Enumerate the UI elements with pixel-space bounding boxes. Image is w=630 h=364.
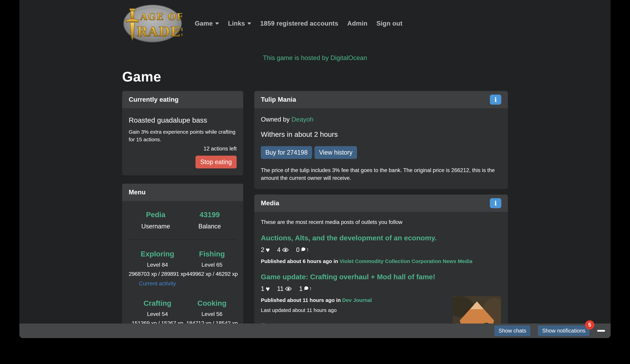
- food-name: Roasted guadalupe bass: [129, 116, 237, 124]
- outlet-link[interactable]: Dev Journal: [342, 297, 372, 303]
- currently-eating-header: Currently eating: [122, 91, 243, 108]
- nav-item-registered-accounts[interactable]: 1859 registered accounts: [260, 20, 338, 27]
- owned-by-prefix: Owned by: [261, 116, 290, 123]
- media-intro: These are the most recent media posts of…: [261, 219, 501, 225]
- heart-icon: ♥: [266, 246, 270, 253]
- actions-left: 12 actions left: [129, 146, 237, 152]
- site-logo[interactable]: AGE OF RADES: [122, 4, 182, 43]
- current-activity-link[interactable]: Current activity: [139, 280, 176, 287]
- buy-button[interactable]: Buy for 274198: [261, 146, 312, 159]
- view-history-button[interactable]: View history: [314, 146, 357, 159]
- post-title-link[interactable]: Game update: Crafting overhaul + Mod hal…: [261, 273, 435, 281]
- comments-count: 1: [299, 285, 302, 292]
- username-link[interactable]: Pedia: [146, 211, 165, 219]
- nav-item-game[interactable]: Game: [195, 20, 219, 27]
- post-meta: Published about 6 hours ago in Violet Co…: [261, 258, 501, 264]
- views-count: 4: [277, 246, 280, 254]
- info-icon[interactable]: i: [490, 95, 501, 105]
- nav-item-admin-label: Admin: [347, 20, 368, 27]
- comments-icon: [301, 247, 308, 253]
- nav-item-links[interactable]: Links: [228, 20, 251, 27]
- skill-level: Level 54: [129, 311, 186, 317]
- owner-link[interactable]: Deayoh: [292, 116, 314, 123]
- withers-line: Withers in about 2 hours: [261, 130, 501, 138]
- username-cell: Pedia Username: [129, 211, 183, 230]
- nav-item-links-label: Links: [228, 20, 245, 27]
- comments-count: 0: [296, 246, 300, 254]
- skill-crafting-link[interactable]: Crafting: [144, 299, 172, 308]
- stop-eating-button[interactable]: Stop eating: [196, 156, 237, 168]
- skill-cooking: Cooking Level 56 184712 xp / 18542 xp: [186, 299, 238, 327]
- published-text: Published about 11 hours ago in: [261, 297, 341, 303]
- nav-item-sign-out[interactable]: Sign out: [376, 20, 402, 27]
- skill-level: Level 65: [186, 262, 238, 268]
- navbar: AGE OF RADES Game Links 1859 registered …: [122, 0, 508, 43]
- tulip-mania-header: Tulip Mania i: [254, 91, 508, 108]
- show-notifications-button[interactable]: Show notifications: [538, 326, 590, 336]
- comments-stat: 0: [296, 246, 308, 254]
- app-window: AGE OF RADES Game Links 1859 registered …: [19, 0, 611, 338]
- chevron-down-icon: [215, 22, 219, 25]
- footer-bar: Show chats Show notifications 5: [19, 324, 611, 338]
- heart-icon: ♥: [266, 285, 270, 292]
- show-chats-button[interactable]: Show chats: [494, 326, 530, 336]
- balance-cell: 43199 Balance: [183, 211, 237, 230]
- outlet-link[interactable]: Violet Commodity Collection Corporation …: [340, 258, 472, 264]
- skill-extra: Current activity: [129, 280, 186, 287]
- eye-icon: [285, 286, 292, 291]
- notification-badge: 5: [585, 320, 594, 330]
- balance-link[interactable]: 43199: [200, 211, 220, 219]
- media-title: Media: [261, 200, 279, 207]
- skill-crafting: Crafting Level 54 151369 xp / 15267 xp: [129, 299, 186, 327]
- views-count: 11: [277, 285, 284, 292]
- chevron-down-icon: [247, 22, 251, 25]
- views-stat: 4: [277, 246, 289, 254]
- tulip-note: The price of the tulip includes 3% fee t…: [261, 167, 501, 182]
- post-stats: 2 ♥ 4 0: [261, 246, 501, 254]
- likes-count: 2: [261, 246, 264, 254]
- comments-icon: [304, 286, 311, 292]
- likes-stat: 1 ♥: [261, 285, 270, 292]
- comments-stat: 1: [299, 285, 311, 292]
- page-title: Game: [122, 69, 508, 85]
- nav-item-sign-out-label: Sign out: [376, 20, 402, 27]
- skill-cooking-link[interactable]: Cooking: [197, 299, 226, 308]
- username-label: Username: [129, 223, 183, 230]
- currently-eating-title: Currently eating: [129, 96, 179, 103]
- logo-text-line2: RADES: [137, 24, 182, 39]
- skill-xp: 2968703 xp / 289891 xp: [129, 271, 186, 277]
- post-stats: 1 ♥ 11 1: [261, 285, 501, 292]
- logo-text-line1: AGE OF: [140, 11, 182, 22]
- media-post: Auctions, Alts, and the development of a…: [261, 234, 501, 264]
- likes-stat: 2 ♥: [261, 246, 270, 254]
- published-text: Published about 6 hours ago in: [261, 258, 338, 264]
- skill-level: Level 84: [129, 262, 186, 268]
- profile-row: Pedia Username 43199 Balance: [129, 208, 237, 231]
- eye-icon: [282, 247, 289, 252]
- skill-fishing: Fishing Level 65 449962 xp / 46292 xp: [186, 250, 238, 287]
- skill-exploring-link[interactable]: Exploring: [141, 250, 174, 258]
- post-title-link[interactable]: Auctions, Alts, and the development of a…: [261, 234, 436, 242]
- skill-level: Level 56: [186, 311, 238, 317]
- nav-links: Game Links 1859 registered accounts Admi…: [195, 20, 402, 27]
- skill-exploring: Exploring Level 84 2968703 xp / 289891 x…: [129, 250, 186, 287]
- menu-card: Menu Pedia Username 43199 Balance: [122, 184, 243, 338]
- show-notifications-wrap: Show notifications 5: [538, 326, 590, 336]
- skill-xp: 449962 xp / 46292 xp: [186, 271, 238, 277]
- tulip-mania-title: Tulip Mania: [261, 96, 296, 103]
- likes-count: 1: [261, 285, 264, 292]
- tulip-mania-card: Tulip Mania i Owned by Deayoh Withers in…: [254, 91, 508, 189]
- media-card: Media i These are the most recent media …: [254, 195, 508, 338]
- menu-title: Menu: [129, 189, 146, 196]
- hosted-notice: This game is hosted by DigitalOcean: [122, 54, 508, 61]
- owned-by-line: Owned by Deayoh: [261, 116, 501, 123]
- balance-label: Balance: [183, 223, 237, 230]
- food-description: Gain 3% extra experience points while cr…: [129, 128, 237, 143]
- minimize-icon[interactable]: [597, 330, 605, 332]
- views-stat: 11: [277, 285, 292, 292]
- skill-fishing-link[interactable]: Fishing: [199, 250, 225, 258]
- currently-eating-card: Currently eating Roasted guadalupe bass …: [122, 91, 243, 175]
- info-icon[interactable]: i: [490, 198, 501, 208]
- menu-header: Menu: [122, 184, 243, 201]
- nav-item-admin[interactable]: Admin: [347, 20, 368, 27]
